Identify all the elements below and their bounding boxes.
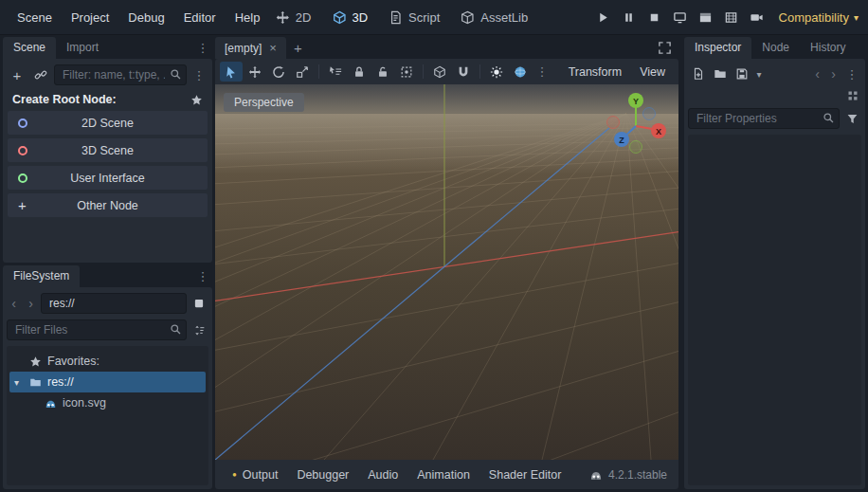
local-space-icon bbox=[433, 65, 446, 79]
split-view-icon bbox=[193, 298, 205, 309]
workspace-assetlib-button[interactable]: AssetLib bbox=[452, 7, 536, 28]
workspace-switcher: 2D 3D Script AssetLib bbox=[267, 7, 536, 28]
neg-z-axis-ball[interactable] bbox=[643, 108, 656, 120]
menu-help[interactable]: Help bbox=[226, 6, 270, 29]
load-resource-button[interactable] bbox=[710, 64, 730, 84]
save-options-caret-icon[interactable]: ▾ bbox=[753, 69, 765, 80]
bottom-tab-shader-editor[interactable]: Shader Editor bbox=[479, 460, 570, 489]
tab-filesystem[interactable]: FileSystem bbox=[3, 265, 80, 287]
inspector-empty-area bbox=[688, 135, 861, 485]
view-axis-gizmo[interactable]: Y X Z bbox=[601, 88, 671, 158]
pause-button[interactable] bbox=[617, 6, 641, 29]
create-user-interface-button[interactable]: User Interface bbox=[8, 166, 208, 190]
tab-scene[interactable]: Scene bbox=[3, 37, 56, 59]
toggle-split-mode-button[interactable] bbox=[190, 294, 208, 313]
scene-tab-empty[interactable]: [empty] × bbox=[215, 37, 286, 59]
scene-filter-input[interactable] bbox=[54, 64, 187, 85]
bottom-tab-audio[interactable]: Audio bbox=[358, 460, 407, 489]
root-folder-row[interactable]: ▾ res:// bbox=[9, 372, 206, 392]
workspace-3d-button[interactable]: 3D bbox=[323, 7, 376, 28]
file-row-icon-svg[interactable]: icon.svg bbox=[7, 392, 208, 413]
list-select-button[interactable] bbox=[324, 62, 347, 82]
tab-import[interactable]: Import bbox=[56, 37, 109, 59]
rotate-tool-button[interactable] bbox=[267, 62, 290, 82]
menu-project[interactable]: Project bbox=[62, 6, 118, 29]
collapse-caret-icon[interactable]: ▾ bbox=[14, 377, 24, 388]
filesystem-dock-menu-button[interactable]: ⋮ bbox=[193, 265, 212, 287]
menu-debug[interactable]: Debug bbox=[118, 6, 173, 29]
cursor-icon bbox=[225, 65, 238, 79]
godot-file-icon bbox=[45, 397, 57, 410]
menu-editor[interactable]: Editor bbox=[174, 6, 226, 29]
scene-tab-label: [empty] bbox=[225, 42, 262, 55]
transform-menu[interactable]: Transform bbox=[560, 65, 631, 79]
inspector-toolbar: ▾ ‹ › ⋮ bbox=[688, 63, 861, 85]
movie-maker-button[interactable] bbox=[745, 6, 769, 29]
local-space-button[interactable] bbox=[428, 62, 451, 82]
inspector-menu-button[interactable]: ⋮ bbox=[842, 64, 861, 85]
snap-button[interactable] bbox=[452, 62, 475, 82]
close-icon[interactable]: × bbox=[269, 41, 277, 55]
filesystem-nav-row: ‹ › bbox=[7, 291, 208, 316]
version-label: 4.2.1.stable bbox=[608, 468, 667, 482]
menu-scene[interactable]: Scene bbox=[8, 6, 62, 29]
run-current-scene-button[interactable] bbox=[694, 6, 717, 29]
viewport-3d[interactable]: Perspective Y X Z bbox=[215, 84, 678, 460]
renderer-select[interactable]: Compatibility ▾ bbox=[770, 10, 863, 25]
link-icon bbox=[34, 68, 47, 82]
add-scene-tab-button[interactable]: + bbox=[294, 40, 302, 56]
history-forward-button[interactable]: › bbox=[826, 66, 841, 82]
create-2d-scene-button[interactable]: 2D Scene bbox=[8, 111, 208, 135]
neg-y-axis-ball[interactable] bbox=[630, 141, 642, 154]
preview-sun-button[interactable] bbox=[485, 62, 508, 82]
stop-button[interactable] bbox=[642, 6, 666, 29]
path-input[interactable] bbox=[41, 293, 187, 314]
scene-dock: Scene Import ⋮ + ⋮ Create Root Node: bbox=[3, 37, 212, 263]
select-tool-button[interactable] bbox=[220, 62, 243, 82]
create-3d-scene-button[interactable]: 3D Scene bbox=[8, 138, 208, 162]
preview-environment-button[interactable] bbox=[509, 62, 532, 82]
create-other-node-button[interactable]: + Other Node bbox=[8, 193, 208, 217]
perspective-button[interactable]: Perspective bbox=[224, 93, 304, 112]
favorites-row[interactable]: Favorites: bbox=[7, 351, 208, 372]
file-filter-input[interactable] bbox=[7, 319, 187, 340]
node-other-label: Other Node bbox=[77, 199, 138, 212]
save-resource-button[interactable] bbox=[732, 64, 751, 84]
bottom-tab-debugger[interactable]: Debugger bbox=[287, 460, 358, 489]
inspector-extra-row bbox=[688, 87, 861, 104]
history-back-button[interactable]: ‹ bbox=[810, 66, 824, 82]
scene-dock-tabs: Scene Import ⋮ bbox=[3, 37, 212, 59]
object-options-icon[interactable] bbox=[847, 90, 859, 101]
property-filter-input[interactable] bbox=[688, 108, 840, 129]
workspace-script-button[interactable]: Script bbox=[380, 7, 448, 28]
nav-back-button[interactable]: ‹ bbox=[7, 296, 21, 311]
run-specific-scene-button[interactable] bbox=[719, 6, 743, 29]
nav-forward-button[interactable]: › bbox=[24, 296, 38, 311]
expand-viewport-button[interactable] bbox=[658, 41, 673, 56]
group-button[interactable] bbox=[395, 62, 418, 82]
scale-tool-button[interactable] bbox=[291, 62, 314, 82]
neg-x-axis-ball[interactable] bbox=[607, 117, 620, 129]
tab-inspector[interactable]: Inspector bbox=[684, 37, 751, 59]
bottom-tab-output[interactable]: ● Output bbox=[223, 460, 287, 489]
tab-history[interactable]: History bbox=[800, 37, 856, 59]
new-resource-button[interactable] bbox=[688, 64, 708, 84]
tab-node[interactable]: Node bbox=[751, 37, 800, 59]
scene-toolbar-menu-button[interactable]: ⋮ bbox=[190, 64, 208, 86]
move-tool-button[interactable] bbox=[244, 62, 266, 82]
viewport-extra-options-button[interactable]: ⋮ bbox=[533, 61, 552, 82]
play-remote-button[interactable] bbox=[668, 6, 692, 29]
sort-files-button[interactable] bbox=[190, 320, 208, 339]
play-button[interactable] bbox=[591, 6, 615, 29]
favorites-star-icon[interactable] bbox=[190, 94, 203, 106]
view-menu[interactable]: View bbox=[631, 65, 674, 79]
unlock-button[interactable] bbox=[371, 62, 394, 82]
lock-button[interactable] bbox=[348, 62, 371, 82]
add-node-button[interactable]: + bbox=[7, 64, 27, 85]
z-axis-label: Z bbox=[619, 136, 624, 145]
filter-options-button[interactable] bbox=[842, 109, 861, 128]
workspace-2d-button[interactable]: 2D bbox=[267, 7, 320, 28]
instance-scene-button[interactable] bbox=[30, 64, 51, 85]
bottom-tab-animation[interactable]: Animation bbox=[407, 460, 479, 489]
scene-dock-menu-button[interactable]: ⋮ bbox=[193, 37, 212, 59]
